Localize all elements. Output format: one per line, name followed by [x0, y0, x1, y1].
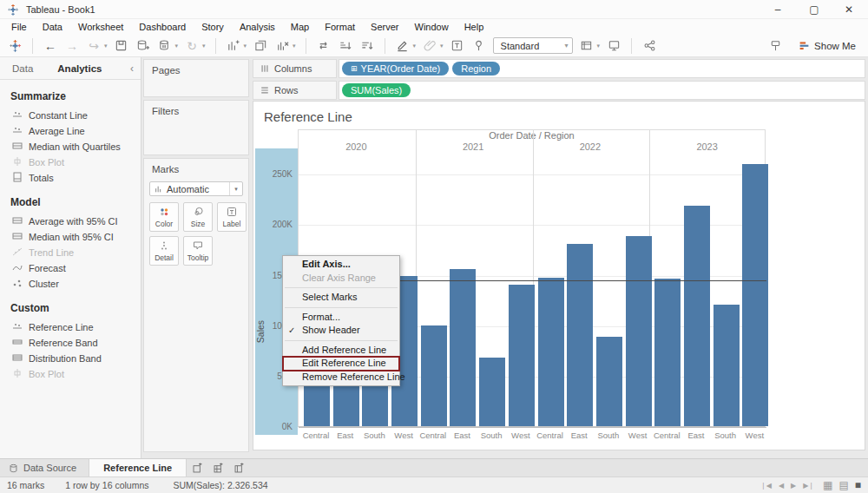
tableau-home-icon[interactable]: [7, 38, 23, 54]
marks-detail-button[interactable]: Detail: [149, 236, 179, 266]
context-menu-item-edit-reference-line-highlighted[interactable]: Edit Reference Line: [283, 357, 399, 371]
filters-card[interactable]: Filters: [143, 100, 249, 155]
context-menu-item-add-reference-line[interactable]: Add Reference Line: [283, 344, 399, 358]
bar-2022-east[interactable]: [567, 244, 593, 427]
replay-icon[interactable]: ↪: [86, 38, 102, 54]
fix-axes-icon[interactable]: [471, 38, 487, 54]
collapse-sidebar-icon[interactable]: ‹: [130, 62, 134, 75]
new-worksheet-tab-button[interactable]: [187, 459, 207, 477]
analytics-item-distribution-band[interactable]: Distribution Band: [0, 351, 141, 366]
analytics-item-constant-line[interactable]: Constant Line: [0, 108, 141, 123]
expand-icon[interactable]: ⊞: [351, 64, 358, 73]
tab-data[interactable]: Data: [0, 63, 45, 74]
group-caret-icon[interactable]: ▾: [440, 43, 444, 49]
new-dashboard-tab-button[interactable]: [207, 459, 228, 477]
region-label-2020-east[interactable]: East: [329, 431, 362, 440]
menu-format[interactable]: Format: [317, 22, 363, 32]
menu-analysis[interactable]: Analysis: [232, 22, 283, 32]
analytics-item-average-with-95-ci[interactable]: Average with 95% CI: [0, 214, 141, 229]
menu-data[interactable]: Data: [35, 22, 70, 32]
group-members-icon[interactable]: [422, 38, 437, 54]
analytics-item-reference-line[interactable]: Reference Line: [0, 319, 141, 335]
tab-analytics[interactable]: Analytics: [45, 63, 114, 74]
save-icon[interactable]: [114, 38, 129, 54]
minimize-button[interactable]: –: [760, 0, 795, 19]
menu-story[interactable]: Story: [194, 22, 232, 32]
region-label-2023-west[interactable]: West: [738, 431, 771, 440]
region-label-2022-east[interactable]: East: [562, 431, 595, 440]
analytics-item-cluster[interactable]: Cluster: [0, 276, 141, 292]
marks-label-button[interactable]: Label: [217, 202, 247, 232]
region-label-2021-central[interactable]: Central: [417, 431, 450, 440]
pill-region[interactable]: Region: [452, 62, 500, 76]
undo-button[interactable]: ←: [43, 38, 58, 54]
marks-tooltip-button[interactable]: Tooltip: [183, 236, 213, 266]
last-sheet-icon[interactable]: ▶❘: [803, 482, 814, 490]
pause-auto-updates-icon[interactable]: [157, 38, 173, 54]
bar-2021-west[interactable]: [509, 285, 535, 426]
new-story-tab-button[interactable]: [228, 459, 249, 477]
y-axis-label[interactable]: Sales: [255, 311, 266, 352]
sort-descending-icon[interactable]: [359, 38, 375, 54]
year-label-2022[interactable]: 2022: [564, 141, 616, 152]
analytics-item-forecast[interactable]: Forecast: [0, 260, 141, 276]
region-label-2023-south[interactable]: South: [709, 431, 742, 440]
analytics-item-reference-band[interactable]: Reference Band: [0, 335, 141, 351]
mark-type-dropdown[interactable]: Automatic ▾: [149, 181, 243, 196]
year-label-2021[interactable]: 2021: [447, 141, 499, 152]
close-button[interactable]: ✕: [832, 0, 866, 19]
swap-rows-columns-icon[interactable]: [316, 38, 332, 54]
sort-ascending-icon[interactable]: [338, 38, 353, 54]
replay-caret-icon[interactable]: ▾: [104, 43, 108, 49]
context-menu-item-edit-axis[interactable]: Edit Axis...: [283, 258, 399, 272]
tooltip-flag-icon[interactable]: [767, 38, 783, 54]
bar-2023-central[interactable]: [654, 279, 681, 426]
region-label-2022-central[interactable]: Central: [534, 431, 567, 440]
new-worksheet-caret-icon[interactable]: ▾: [244, 43, 247, 49]
next-sheet-icon[interactable]: ▶: [791, 482, 796, 490]
region-label-2020-south[interactable]: South: [358, 431, 391, 440]
share-icon[interactable]: [641, 38, 657, 54]
new-worksheet-icon[interactable]: [226, 38, 241, 54]
bar-2021-south[interactable]: [479, 358, 505, 426]
menu-worksheet[interactable]: Worksheet: [70, 22, 131, 32]
cards-caret-icon[interactable]: ▾: [597, 43, 601, 49]
show-filmstrip-icon[interactable]: ▤: [838, 479, 848, 491]
refresh-caret-icon[interactable]: ▾: [202, 43, 206, 49]
region-label-2023-central[interactable]: Central: [650, 431, 683, 440]
clear-sheet-icon[interactable]: [274, 38, 290, 54]
region-label-2022-west[interactable]: West: [621, 431, 654, 440]
clear-sheet-caret-icon[interactable]: ▾: [293, 43, 296, 49]
show-sheet-icon[interactable]: ■: [855, 479, 861, 491]
analytics-item-average-line[interactable]: Average Line: [0, 123, 141, 139]
region-label-2023-east[interactable]: East: [680, 431, 713, 440]
context-menu-item-format[interactable]: Format...: [283, 311, 399, 325]
duplicate-sheet-icon[interactable]: [253, 38, 268, 54]
show-tabs-icon[interactable]: ▦: [823, 479, 832, 491]
bar-2021-central[interactable]: [421, 325, 447, 426]
first-sheet-icon[interactable]: ❘◀: [760, 482, 772, 490]
menu-server[interactable]: Server: [363, 22, 406, 32]
bar-2023-east[interactable]: [684, 206, 710, 426]
menu-window[interactable]: Window: [407, 22, 457, 32]
year-label-2020[interactable]: 2020: [330, 141, 382, 152]
columns-shelf[interactable]: ⊞YEAR(Order Date)Region: [339, 59, 865, 78]
context-menu-item-show-header[interactable]: ✓Show Header: [283, 324, 399, 338]
pill-sum-sales[interactable]: SUM(Sales): [342, 83, 411, 97]
highlight-icon[interactable]: [395, 38, 411, 54]
context-menu-item-remove-reference-line[interactable]: Remove Reference Line: [283, 371, 399, 385]
show-mark-labels-icon[interactable]: [450, 38, 465, 54]
analytics-item-median-with-quartiles[interactable]: Median with Quartiles: [0, 139, 141, 154]
highlight-caret-icon[interactable]: ▾: [413, 43, 417, 49]
menu-file[interactable]: File: [3, 22, 35, 32]
data-source-tab[interactable]: Data Source: [0, 459, 89, 477]
region-label-2021-south[interactable]: South: [475, 431, 508, 440]
region-label-2020-central[interactable]: Central: [299, 431, 332, 440]
pages-card[interactable]: Pages: [143, 59, 249, 97]
bar-2021-east[interactable]: [450, 269, 476, 426]
region-label-2020-west[interactable]: West: [387, 431, 420, 440]
refresh-icon[interactable]: ↻: [184, 38, 200, 54]
rows-shelf[interactable]: SUM(Sales): [339, 81, 865, 100]
bar-2022-west[interactable]: [626, 236, 652, 426]
show-me-button[interactable]: Show Me: [799, 40, 856, 51]
